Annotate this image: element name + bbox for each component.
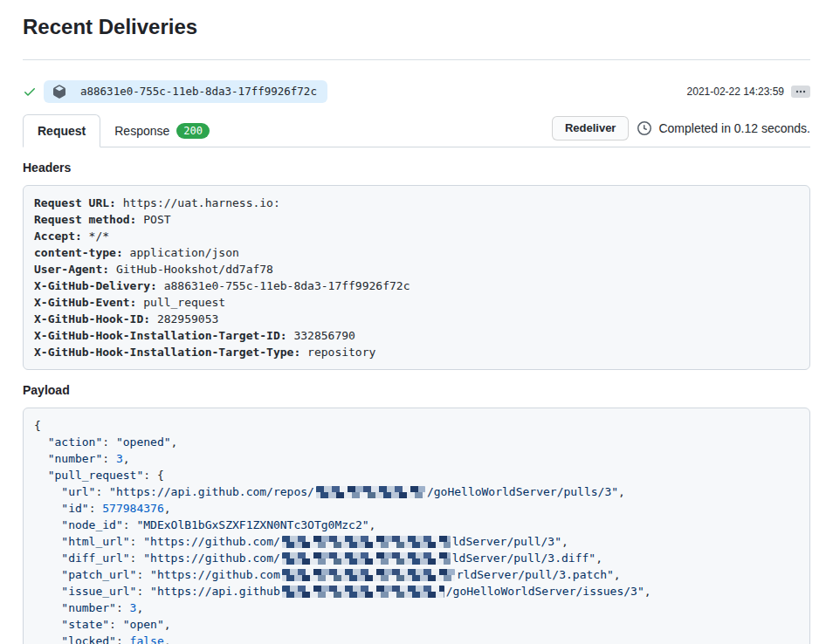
payload-section-title: Payload [23,381,810,400]
payload-line: "html_url": "https://github.com/ldServer… [34,533,799,550]
payload-line: "diff_url": "https://github.com/ldServer… [34,550,799,566]
tab-request[interactable]: Request [23,114,100,147]
request-response-tabbar: Request Response 200 Redeliver Completed… [23,114,810,147]
delivery-guid: a88631e0-755c-11eb-8da3-17ff9926f72c [80,85,317,98]
delivery-guid-button[interactable]: a88631e0-755c-11eb-8da3-17ff9926f72c [44,80,327,103]
redeliver-button[interactable]: Redeliver [552,116,630,140]
redacted-text [316,486,425,498]
headers-section-title: Headers [23,159,810,177]
header-entry: X-GitHub-Event: pull_request [34,294,799,311]
header-entry: Accept: */* [34,228,799,244]
completed-text: Completed in 0.12 seconds. [658,121,810,135]
payload-line: "node_id": "MDExOlB1bGxSZXF1ZXN0NTc3OTg0… [34,517,799,533]
header-entry: X-GitHub-Hook-Installation-Target-ID: 33… [34,327,799,344]
recent-deliveries-page: Recent Deliveries a88631e0-755c-11eb-8da… [0,0,833,644]
clock-icon [637,121,651,135]
payload-line: "id": 577984376, [34,500,799,517]
payload-line: "pull_request": { [34,467,799,483]
header-entry: content-type: application/json [34,244,799,261]
page-title: Recent Deliveries [23,16,810,38]
payload-line: "number": 3, [34,450,799,467]
header-entry: X-GitHub-Hook-Installation-Target-Type: … [34,344,799,360]
header-entry: User-Agent: GitHub-Hookshot/dd7af78 [34,261,799,277]
delivery-row: a88631e0-755c-11eb-8da3-17ff9926f72c 202… [23,79,810,103]
completed-group: Completed in 0.12 seconds. [637,121,810,135]
redacted-text [282,536,451,548]
title-divider [23,59,810,60]
header-entry: X-GitHub-Delivery: a88631e0-755c-11eb-8d… [34,277,799,294]
payload-line: "patch_url": "https://github.comrldServe… [34,566,799,583]
header-entry: Request method: POST [34,211,799,228]
response-status-badge: 200 [176,123,210,139]
payload-line: "state": "open", [34,616,799,633]
payload-line: "action": "opened", [34,434,799,450]
header-entry: X-GitHub-Hook-ID: 282959053 [34,311,799,327]
kebab-menu-button[interactable] [791,86,810,98]
check-icon [23,85,37,99]
payload-line: "locked": false, [34,633,799,644]
redacted-text [282,586,444,598]
payload-line: "issue_url": "https://api.github/goHello… [34,583,799,599]
kebab-horizontal-icon [795,90,806,93]
headers-code-block: Request URL: https://uat.harness.io:Requ… [23,185,810,370]
tab-request-label: Request [38,122,86,140]
payload-line: "url": "https://api.github.com/repos//go… [34,483,799,500]
package-icon [52,85,66,99]
tab-response-label: Response [114,122,169,140]
payload-code-block: { "action": "opened", "number": 3, "pull… [23,408,810,644]
header-entry: Request URL: https://uat.harness.io: [34,195,799,211]
redacted-text [282,552,451,565]
tabbar-right-group: Redeliver Completed in 0.12 seconds. [552,116,810,146]
tab-response[interactable]: Response 200 [100,115,224,147]
payload-line: "number": 3, [34,599,799,616]
delivery-timestamp: 2021-02-22 14:23:59 [687,86,784,98]
redacted-text [282,569,455,581]
payload-line: { [34,417,799,434]
